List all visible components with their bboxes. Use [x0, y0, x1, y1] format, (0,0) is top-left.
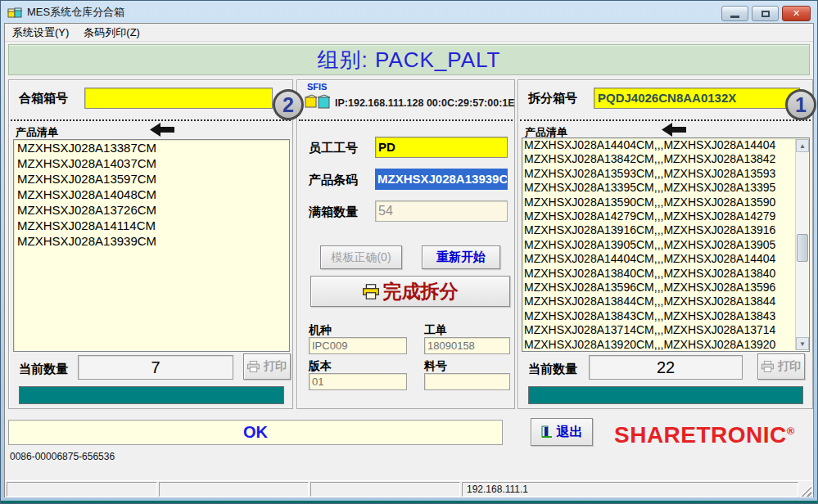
brand-logo: SHARETRONIC®: [614, 422, 795, 448]
combine-box-label: 合箱箱号: [19, 91, 68, 106]
step-badge-2: 2: [273, 89, 304, 120]
list-item[interactable]: MZXHSXJ028A13726CM: [14, 202, 289, 218]
template-correct-button[interactable]: 模板正确(0): [320, 245, 402, 269]
divider: [299, 119, 513, 121]
minimize-icon: [730, 16, 739, 18]
split-panel: 拆分箱号 PQDJ4026CN8AA0132X 1 产品清单 MZXHSXJ02…: [517, 79, 813, 409]
scrollbar-thumb[interactable]: [797, 234, 808, 262]
list-item[interactable]: MZXHSXJ028A13939CM: [14, 233, 289, 249]
group-header: 组别: PACK_PALT: [8, 44, 810, 75]
split-progress-bar: [528, 386, 803, 404]
list-item[interactable]: MZXHSXJ028A13590CM,,,MZXHSXJ028A13590: [522, 196, 795, 209]
serial-number: 0086-00006875-656536: [10, 451, 115, 462]
resize-grip-icon[interactable]: [800, 485, 811, 497]
status-message-box: OK: [8, 420, 503, 445]
list-item[interactable]: MZXHSXJ028A13714CM,,,MZXHSXJ028A13714: [522, 323, 795, 337]
combine-qty-value: 7: [78, 355, 233, 380]
model-input[interactable]: IPC009: [309, 337, 407, 354]
list-item[interactable]: MZXHSXJ028A13596CM,,,MZXHSXJ028A13596: [522, 281, 795, 295]
close-icon: ✕: [793, 8, 800, 19]
divider: [11, 119, 291, 121]
list-item[interactable]: MZXHSXJ028A13905CM,,,MZXHSXJ028A13905: [522, 238, 795, 252]
divider: [520, 119, 811, 121]
list-item[interactable]: MZXHSXJ028A14279CM,,,MZXHSXJ028A14279: [522, 209, 795, 223]
list-item[interactable]: MZXHSXJ028A13387CM: [14, 140, 289, 155]
app-icon: [7, 6, 22, 19]
version-input[interactable]: 01: [309, 373, 407, 390]
restart-button[interactable]: 重新开始: [422, 245, 500, 269]
sfis-boxes-icon: [304, 91, 332, 110]
arrow-left-icon: [150, 123, 174, 137]
combine-product-list[interactable]: MZXHSXJ028A13387CMMZXHSXJ028A14037CMMZXH…: [13, 139, 290, 352]
maximize-icon: [762, 11, 770, 17]
list-item[interactable]: MZXHSXJ028A13843CM,,,MZXHSXJ028A13843: [522, 309, 795, 323]
menu-barcode-print[interactable]: 条码列印(Z): [76, 24, 147, 42]
list-item[interactable]: MZXHSXJ028A13920CM,,,MZXHSXJ028A13920: [522, 338, 795, 352]
close-button[interactable]: ✕: [782, 6, 811, 21]
group-title: 组别: PACK_PALT: [318, 46, 501, 74]
app-window: MES系统仓库分合箱 ✕ 系统设置(Y) 条码列印(Z) 组别: PACK_PA…: [0, 0, 818, 504]
list-item[interactable]: MZXHSXJ028A14404CM,,,MZXHSXJ028A14404: [522, 138, 795, 152]
step-badge-1: 1: [785, 89, 816, 120]
exit-button[interactable]: 退出: [531, 418, 593, 446]
window-title: MES系统仓库分合箱: [27, 5, 124, 20]
status-message: OK: [243, 423, 268, 442]
split-product-list: MZXHSXJ028A14404CM,,,MZXHSXJ028A14404MZX…: [522, 137, 810, 352]
registered-mark: ®: [787, 425, 795, 437]
status-cell-3: [310, 482, 460, 497]
maximize-button[interactable]: [752, 6, 779, 21]
scroll-down-icon[interactable]: ▼: [796, 337, 809, 350]
list-item[interactable]: MZXHSXJ028A14404CM,,,MZXHSXJ028A14404: [522, 252, 795, 266]
split-box-input[interactable]: PQDJ4026CN8AA0132X: [594, 88, 800, 109]
list-item[interactable]: MZXHSXJ028A13842CM,,,MZXHSXJ028A13842: [522, 152, 795, 166]
combine-progress-bar: [19, 386, 284, 404]
vertical-scrollbar[interactable]: ▲ ▼: [795, 139, 808, 350]
barcode-label: 产品条码: [309, 173, 358, 188]
product-list-label-left: 产品清单: [16, 125, 58, 140]
combine-box-input[interactable]: [84, 88, 273, 109]
list-item[interactable]: MZXHSXJ028A13840CM,,,MZXHSXJ028A13840: [522, 267, 795, 281]
split-box-label: 拆分箱号: [528, 91, 577, 106]
order-input[interactable]: 18090158: [424, 337, 510, 354]
client-area: 系统设置(Y) 条码列印(Z) 组别: PACK_PALT 合箱箱号 2 产品清…: [4, 23, 814, 497]
list-item[interactable]: MZXHSXJ028A13844CM,,,MZXHSXJ028A13844: [522, 295, 795, 308]
status-bar: 192.168.111.1: [5, 480, 813, 497]
part-input[interactable]: [424, 373, 510, 390]
menu-system-settings[interactable]: 系统设置(Y): [5, 24, 76, 42]
split-product-rows[interactable]: MZXHSXJ028A14404CM,,,MZXHSXJ028A14404MZX…: [522, 138, 795, 352]
barcode-selected-text: MZXHSXJ028A13939CM: [376, 169, 507, 189]
employee-label: 员工工号: [309, 141, 358, 156]
sfis-ip-text: IP:192.168.111.128 00:0C:29:57:00:1E: [335, 97, 515, 109]
list-item[interactable]: MZXHSXJ028A13593CM,,,MZXHSXJ028A13593: [522, 167, 795, 181]
combine-panel: 合箱箱号 2 产品清单 MZXHSXJ028A13387CMMZXHSXJ028…: [8, 79, 293, 409]
printer-icon: [363, 284, 379, 299]
list-item[interactable]: MZXHSXJ028A13916CM,,,MZXHSXJ028A13916: [522, 223, 795, 237]
minimize-button[interactable]: [721, 6, 748, 21]
fullbox-label: 满箱数量: [309, 205, 358, 220]
exit-door-icon: [541, 425, 553, 439]
finish-split-button[interactable]: 完成拆分: [310, 276, 510, 307]
titlebar[interactable]: MES系统仓库分合箱 ✕: [1, 1, 817, 23]
split-print-button[interactable]: 打印: [757, 353, 805, 380]
combine-qty-label: 当前数量: [19, 362, 68, 377]
fullbox-input[interactable]: 54: [375, 200, 508, 222]
status-cell-1: [7, 482, 157, 497]
employee-input[interactable]: PD: [375, 137, 508, 158]
barcode-input[interactable]: MZXHSXJ028A13939CM: [375, 169, 508, 190]
operation-panel: SFIS IP:192.168.111.128 00:0C:29:57:00:1…: [296, 79, 515, 409]
printer-icon: [247, 361, 260, 372]
combine-print-button[interactable]: 打印: [243, 353, 291, 380]
list-item[interactable]: MZXHSXJ028A14048CM: [14, 187, 289, 202]
part-label: 料号: [424, 359, 447, 374]
list-item[interactable]: MZXHSXJ028A13395CM,,,MZXHSXJ028A13395: [522, 181, 795, 195]
scroll-up-icon[interactable]: ▲: [796, 139, 809, 152]
list-item[interactable]: MZXHSXJ028A14037CM: [14, 155, 289, 171]
split-qty-label: 当前数量: [528, 362, 577, 377]
status-cell-2: [159, 482, 309, 497]
model-label: 机种: [309, 323, 332, 338]
menu-bar: 系统设置(Y) 条码列印(Z): [5, 24, 813, 42]
printer-icon: [762, 361, 774, 372]
list-item[interactable]: MZXHSXJ028A14114CM: [14, 218, 289, 233]
list-item[interactable]: MZXHSXJ028A13597CM: [14, 171, 289, 187]
status-cell-ip: 192.168.111.1: [462, 482, 798, 497]
